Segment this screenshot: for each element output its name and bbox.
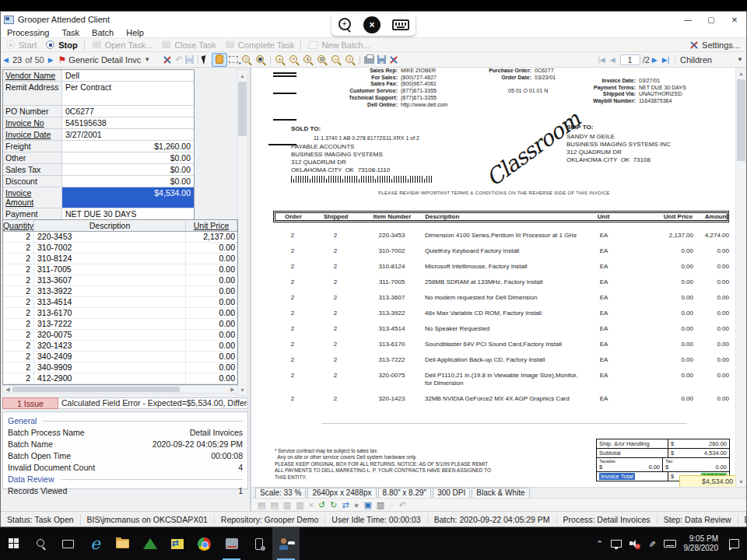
desc-cell[interactable]: 311-7005 — [34, 264, 186, 275]
price-cell[interactable]: 0.00 — [186, 352, 237, 362]
zoom-region-icon[interactable]: □ — [241, 54, 252, 65]
save-image-icon[interactable] — [377, 55, 386, 64]
field-value-po-number[interactable]: 0C6277 — [62, 106, 194, 117]
touch-keyboard-icon[interactable] — [664, 540, 676, 548]
page-mode-dropdown[interactable]: Children ▼ — [675, 55, 746, 65]
price-cell[interactable]: 0.00 — [186, 373, 237, 383]
volume-muted-icon[interactable]: × — [630, 539, 640, 548]
qty-cell[interactable]: 2 — [3, 373, 34, 383]
menu-help[interactable]: Help — [120, 28, 150, 37]
column-header-quantity[interactable]: Quantity — [3, 220, 34, 231]
desc-cell[interactable]: 313-7222 — [34, 319, 186, 329]
menu-processing[interactable]: Processing — [1, 28, 55, 37]
zoom-fit-icon[interactable]: ⊡ — [317, 54, 328, 65]
magnifier-icon[interactable] — [338, 18, 352, 32]
crop-icon[interactable]: ▣ — [363, 501, 371, 509]
zoom-actual-icon[interactable]: 1 — [303, 54, 314, 65]
table-row[interactable]: 2320-14230.00 — [3, 341, 237, 352]
qty-cell[interactable]: 2 — [3, 275, 34, 285]
field-label-invoice-amount[interactable]: Invoice Amount — [3, 187, 62, 208]
complete-task-button[interactable]: Complete Task — [220, 40, 299, 50]
scroll-down-icon[interactable]: ▼ — [237, 384, 247, 395]
pointer-tool-icon[interactable] — [202, 54, 212, 65]
column-header-unit-price[interactable]: Unit Price — [186, 220, 237, 231]
close-task-button[interactable]: Close Task — [156, 40, 220, 50]
qty-cell[interactable]: 2 — [3, 341, 34, 351]
price-cell[interactable]: 2,137.00 — [186, 232, 237, 242]
scroll-down-icon[interactable]: ▼ — [736, 476, 746, 487]
price-cell[interactable]: 0.00 — [186, 243, 237, 253]
price-cell[interactable]: 0.00 — [186, 286, 237, 296]
field-value-discount[interactable]: $0.00 — [62, 176, 194, 187]
select-region-icon[interactable] — [229, 56, 238, 63]
save-doc-icon[interactable] — [185, 55, 194, 64]
price-cell[interactable]: 0.00 — [186, 275, 237, 285]
taskbar-grooper-client-button[interactable] — [272, 527, 300, 560]
minimize-button[interactable]: — — [676, 12, 700, 27]
desc-cell[interactable]: 313-3922 — [34, 286, 186, 296]
desc-cell[interactable]: 340-9909 — [34, 362, 186, 373]
settings-button[interactable]: Settings... — [689, 40, 746, 50]
first-page-button[interactable]: |◀ — [595, 56, 607, 64]
taskbar-scan-station-app-button[interactable] — [218, 527, 245, 560]
keyboard-icon[interactable] — [392, 19, 409, 30]
field-label-vendor-name[interactable]: Vendor Name — [3, 70, 62, 81]
delete-page-icon[interactable]: × — [309, 501, 314, 509]
scroll-left-icon[interactable]: ◀ — [3, 386, 12, 393]
pen-icon[interactable]: ✎ — [647, 540, 657, 547]
thumbnail-tool-4-icon[interactable]: ▥ — [296, 501, 303, 509]
field-value-remit-address[interactable]: Per Contract — [62, 82, 194, 105]
qty-cell[interactable]: 2 — [3, 264, 34, 275]
next-document-button[interactable]: ▶ — [46, 56, 56, 64]
table-row[interactable]: 2310-70020.00 — [3, 243, 237, 254]
table-row[interactable]: 2311-70050.00 — [3, 264, 237, 275]
price-cell[interactable]: 0.00 — [186, 264, 237, 275]
page-number-input[interactable]: 1 — [620, 54, 640, 65]
magnifier-preview-icon[interactable]: ▣ — [255, 54, 266, 65]
viewer-vertical-scrollbar[interactable]: ▲ ▼ — [735, 68, 746, 487]
open-task-button[interactable]: Open Task... — [87, 40, 157, 50]
rotate-left-icon[interactable]: ↺ — [318, 501, 325, 509]
copy-page-icon[interactable]: ▥ — [377, 501, 384, 509]
next-page-button[interactable]: ▶ — [650, 56, 660, 64]
desc-cell[interactable]: 340-2409 — [34, 352, 186, 362]
stop-button[interactable]: Stop — [40, 40, 81, 50]
price-cell[interactable]: 0.00 — [186, 319, 237, 329]
rotate-right-icon[interactable]: ↻ — [330, 501, 337, 509]
document-page[interactable]: Sales Rep:MIKE ZIOBERFor Sales:(800)727-… — [251, 68, 737, 487]
taskbar-transfer-app-button[interactable] — [163, 527, 191, 560]
prev-document-button[interactable]: ◀ — [1, 56, 11, 64]
menu-task[interactable]: Task — [55, 28, 86, 37]
action-center-icon[interactable] — [729, 539, 739, 548]
left-horizontal-scrollbar[interactable]: ◀ ▶ — [2, 385, 238, 394]
desc-cell[interactable]: 313-3607 — [34, 275, 186, 285]
new-batch-button[interactable]: New Batch... — [303, 40, 374, 50]
undo-icon[interactable]: ↶ — [175, 54, 182, 65]
clock[interactable]: 9:05 PM 9/28/2020 — [684, 534, 719, 553]
table-row[interactable]: 2313-61700.00 — [3, 308, 237, 319]
price-cell[interactable]: 0.00 — [186, 308, 237, 318]
table-row[interactable]: 2412-29000.00 — [3, 373, 237, 384]
scroll-up-icon[interactable]: ▲ — [237, 70, 247, 81]
left-vertical-scrollbar[interactable]: ▲ ▼ — [237, 69, 248, 396]
taskbar-file-explorer-button[interactable] — [109, 527, 136, 560]
document-type-dropdown[interactable]: Generic Detail Invc▼ — [68, 55, 150, 65]
thumbnail-tool-1-icon[interactable]: ▤ — [258, 501, 265, 509]
close-button[interactable]: ✕ — [723, 12, 746, 27]
zoom-out-icon[interactable]: − — [289, 54, 300, 65]
zoom-height-icon[interactable]: ↕ — [345, 54, 356, 65]
taskbar-task-view-button[interactable] — [54, 527, 82, 560]
field-value-invoice-amount[interactable]: $4,534.00 — [62, 187, 194, 208]
prev-page-button[interactable]: ◀ — [608, 56, 618, 64]
desc-cell[interactable]: 310-8124 — [34, 254, 186, 264]
field-value-other[interactable]: $0.00 — [62, 152, 194, 163]
qty-cell[interactable]: 2 — [3, 308, 34, 318]
tray-expand-icon[interactable]: ⌃ — [596, 539, 603, 549]
desc-cell[interactable]: 310-7002 — [34, 243, 186, 253]
zoom-width-icon[interactable]: ↔ — [331, 54, 342, 65]
disconnect-icon[interactable]: × — [363, 16, 381, 33]
maximize-button[interactable]: ▢ — [700, 12, 723, 27]
pan-tool-icon[interactable] — [216, 54, 223, 64]
desc-cell[interactable]: 320-0075 — [34, 330, 186, 340]
field-label-invoice-no[interactable]: Invoice No — [3, 117, 62, 128]
